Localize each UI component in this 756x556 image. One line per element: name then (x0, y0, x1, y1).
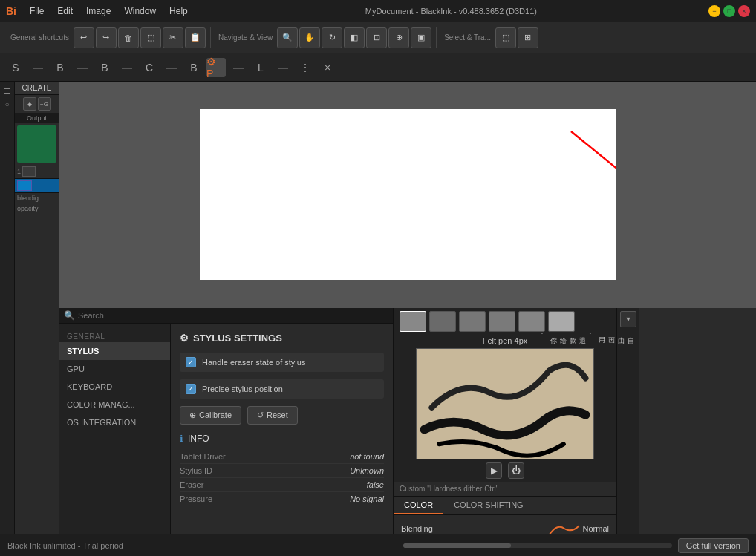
settings-item-color[interactable]: COLOR MANAG... (59, 396, 170, 413)
eraser-checkbox[interactable]: ✓ (186, 357, 196, 367)
brush-thumb-2[interactable] (429, 311, 456, 332)
far-right-dropdown[interactable]: ▼ (620, 311, 636, 327)
transform-button[interactable]: ⊞ (518, 27, 538, 48)
more-options[interactable]: ⋮ (296, 58, 315, 77)
calibrate-button[interactable]: ⊕ Calibrate (180, 406, 241, 425)
brush-thumb-4[interactable] (489, 311, 515, 332)
blending-row: Blending Normal (394, 515, 616, 534)
brush-thumb-1[interactable] (400, 311, 426, 332)
layer-icon-minus[interactable]: −G (38, 97, 51, 111)
separator1: — (28, 58, 48, 77)
opacity-label: opacity (15, 203, 59, 214)
brush-thumb-5[interactable] (518, 311, 545, 332)
zoom-button[interactable]: 🔍 (277, 27, 298, 48)
blending-curve (546, 520, 583, 534)
search-input[interactable] (78, 311, 388, 320)
menu-image[interactable]: Image (80, 3, 117, 19)
flip-button[interactable]: ⊡ (366, 27, 387, 48)
close-panel[interactable]: × (318, 58, 337, 77)
hand-button[interactable]: ✋ (299, 27, 320, 48)
separator3: — (117, 58, 137, 77)
layer-panel: CREATE ◆ −G Output 1 blendig opacity (15, 82, 59, 534)
sidebar-toggle[interactable]: ☰ (1, 85, 13, 97)
mirror-button[interactable]: ◧ (344, 27, 365, 48)
layer-icon-diamond[interactable]: ◆ (23, 97, 36, 111)
undo-button[interactable]: ↩ (74, 27, 94, 48)
brush-thumb-3[interactable] (459, 311, 486, 332)
copy-button[interactable]: ⬚ (140, 27, 161, 48)
select-button[interactable]: ⬚ (495, 27, 516, 48)
brush-controls-row: ▶ ⏻ (486, 462, 524, 479)
sidebar-icon2[interactable]: ○ (1, 98, 13, 110)
canvas[interactable] (200, 109, 616, 280)
create-button[interactable]: CREATE (15, 82, 59, 95)
tool-p[interactable]: ⚙ P (206, 58, 226, 77)
zoom-fit-button[interactable]: ⊕ (388, 27, 409, 48)
tool-l[interactable]: L (251, 58, 270, 77)
color-tabs: COLOR COLOR SHIFTING (394, 497, 616, 515)
calibrate-icon: ⊕ (189, 411, 196, 420)
separator2: — (73, 58, 92, 77)
brush-play-button[interactable]: ▶ (486, 462, 502, 479)
brush-top: Felt pen 4px ▶ ⏻ (394, 308, 616, 482)
paste-button[interactable]: 📋 (185, 27, 206, 48)
svg-line-1 (571, 131, 616, 180)
toolbar-group-navigate: Navigate & View 🔍 ✋ ↻ ◧ ⊡ ⊕ ▣ (214, 27, 437, 48)
separator5: — (229, 58, 248, 77)
brush-thumb-eraser[interactable] (548, 311, 575, 332)
far-right-panel: ▼ 自由画用。退款给你。 (616, 308, 639, 534)
tool-c[interactable]: C (140, 58, 159, 77)
rotate-button[interactable]: ↻ (322, 27, 342, 48)
layer-entry-1[interactable]: 1 (15, 165, 59, 179)
delete-button[interactable]: 🗑 (118, 27, 139, 48)
frame-button[interactable]: ▣ (411, 27, 431, 48)
blending-label: blendig (15, 193, 59, 203)
brush-preview-image (416, 348, 594, 459)
info-title: ℹ INFO (180, 434, 384, 444)
brush-name: Felt pen 4px (483, 336, 528, 345)
left-sidebar: ☰ ○ (0, 82, 15, 534)
menu-file[interactable]: File (24, 3, 50, 19)
maximize-button[interactable]: □ (723, 5, 735, 17)
settings-item-stylus[interactable]: STYLUS (59, 342, 170, 360)
red-arrow (200, 109, 616, 280)
layer-icon-row: ◆ −G (15, 95, 59, 113)
tool-b1[interactable]: B (50, 58, 70, 77)
brush-stroke-svg (417, 349, 593, 459)
menu-help[interactable]: Help (163, 3, 194, 19)
settings-item-os[interactable]: OS INTEGRATION (59, 413, 170, 431)
settings-item-keyboard[interactable]: KEYBOARD (59, 378, 170, 396)
menu-window[interactable]: Window (118, 3, 162, 19)
checkbox-precise: ✓ Precise stylus position (180, 379, 384, 399)
blending-label-text: Blending (401, 524, 546, 533)
redo-button[interactable]: ↪ (96, 27, 117, 48)
toolbar-group-shortcuts: General shortcuts ↩ ↪ 🗑 ⬚ ✂ 📋 (6, 27, 211, 48)
menu-edit[interactable]: Edit (51, 3, 79, 19)
info-section: ℹ INFO Tablet Driver not found Stylus ID… (180, 434, 384, 506)
separator4: — (162, 58, 181, 77)
settings-content: ⚙ STYLUS SETTINGS ✓ Handle eraser state … (171, 324, 393, 534)
bottom-bar: Black Ink unlimited - Trial period Get f… (0, 534, 756, 556)
precise-checkbox[interactable]: ✓ (186, 384, 196, 394)
tool-b3[interactable]: B (184, 58, 203, 77)
brush-preview-strip (397, 311, 613, 332)
minimize-button[interactable]: − (708, 5, 720, 17)
close-button[interactable]: × (738, 5, 750, 17)
bottom-panel-area: 🔍 GENERAL STYLUS GPU KEYBOARD COLOR MANA… (59, 308, 756, 534)
output-label: Output (15, 113, 59, 123)
settings-item-gpu[interactable]: GPU (59, 360, 170, 378)
select-label: Select & Tra... (444, 33, 491, 42)
tab-color-shifting[interactable]: COLOR SHIFTING (443, 497, 534, 514)
tool-s[interactable]: S (6, 58, 25, 77)
brush-power-button[interactable]: ⏻ (508, 462, 524, 479)
layer-entry-active[interactable] (15, 179, 59, 193)
canvas-area (59, 82, 756, 308)
separator6: — (273, 58, 293, 77)
reset-button[interactable]: ↺ Reset (247, 406, 298, 425)
cut-button[interactable]: ✂ (163, 27, 183, 48)
shortcuts-label: General shortcuts (10, 33, 69, 42)
tab-color[interactable]: COLOR (394, 497, 443, 514)
custom-label: Custom "Hardness dither Ctrl" (394, 482, 616, 497)
get-full-version-button[interactable]: Get full version (678, 538, 749, 553)
tool-b2[interactable]: B (95, 58, 114, 77)
